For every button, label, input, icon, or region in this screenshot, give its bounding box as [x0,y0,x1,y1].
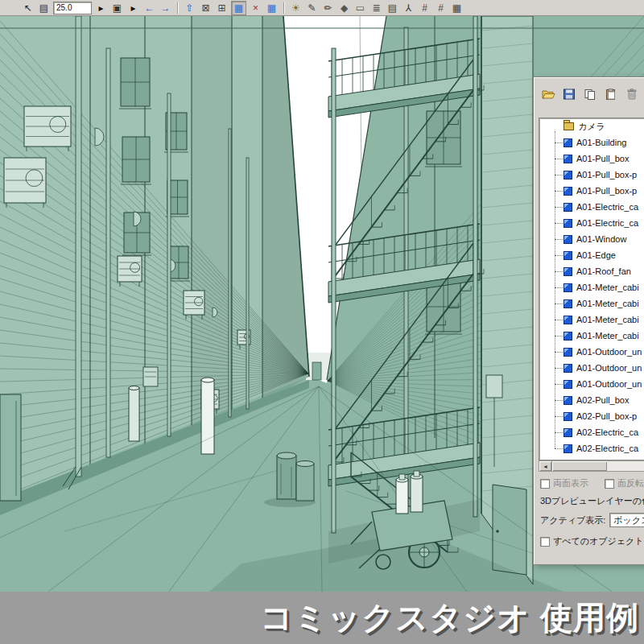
pen-icon[interactable]: ✏ [321,2,335,14]
top-toolbar: ↖▤25.0▸▣▸←→⇧⊠⊞▦×▦☀✎✏◆▭≣▤⅄##▦ [0,0,644,16]
tree-branch-icon [555,287,563,288]
object-tree[interactable]: カメラA01-BuildingA01-Pull_boxA01-Pull_box-… [539,118,644,460]
grid-close-icon[interactable]: ⊠ [199,2,213,14]
flip-faces-checkbox: 面反転 [605,477,644,489]
tree-item[interactable]: カメラ [539,118,644,134]
stack-icon[interactable]: ▤ [386,2,399,14]
tree-item-label: A01-Outdoor_un [576,347,642,357]
tree-item[interactable]: A01-Pull_box-p [539,167,644,183]
marker-icon[interactable]: ◆ [337,2,351,14]
checkbox-box-icon [540,537,550,547]
tree-item[interactable]: A01-Building [539,134,644,151]
page-icon[interactable]: ▤ [37,2,51,14]
toolbar-divider [177,2,178,14]
tree-branch-icon [555,271,563,272]
flip-faces-label: 面反転 [617,477,644,489]
zoom-input[interactable]: 25.0 [53,2,92,14]
cube-icon [564,428,572,437]
tree-item[interactable]: A01-Outdoor_un [539,360,644,376]
caption-text: コミックスタジオ 使用例 [260,596,639,640]
tree-item[interactable]: A01-Outdoor_un [539,344,644,360]
mesh-icon[interactable]: ▦ [450,2,464,14]
tree-item[interactable]: A01-Meter_cabi [539,295,644,312]
tree-item-label: A01-Window [576,234,626,244]
cube-icon [564,219,572,228]
fence-icon[interactable]: # [418,2,431,14]
delete-icon[interactable] [624,87,640,101]
tree-item[interactable]: A01-Window [539,231,644,247]
tree-item[interactable]: A01-Meter_cabi [539,312,644,328]
tree-item[interactable]: A02-Electric_ca [539,440,644,456]
tree-item-label: A02-Electric_ca [576,427,638,437]
active-display-select[interactable]: ボックス ▼ [609,513,644,527]
light-icon[interactable]: ☀ [289,2,303,14]
cube-icon [564,332,572,341]
tree-item[interactable]: A01-Roof_fan [539,263,644,279]
cube-icon [564,171,572,180]
tree-item[interactable]: A01-Electric_ca [539,199,644,215]
tree-branch-icon [555,255,563,256]
texture-view-icon[interactable]: ▦ [231,1,246,15]
tree-item-label: A02-Pull_box [576,395,629,405]
cube-icon [564,283,572,292]
tree-item-label: A01-Pull_box-p [576,170,637,180]
folder-icon [564,122,574,130]
grid-icon[interactable]: ⊞ [215,2,229,14]
tree-branch-icon [555,142,563,143]
horizontal-scrollbar[interactable]: ◄ [539,460,644,472]
tree-branch-icon [555,320,563,320]
cube-icon [564,235,572,244]
save-icon[interactable] [561,87,577,101]
copy-icon[interactable] [582,87,598,101]
layers-icon[interactable]: ≣ [369,2,383,14]
step-back-icon[interactable]: ▸ [94,2,108,14]
tree-branch-icon [555,416,563,417]
tree-item[interactable]: A01-Electric_ca [539,215,644,231]
tree-item[interactable]: A02-Pull_box-p [539,408,644,424]
pointer-tool-icon[interactable]: ↖ [21,2,35,14]
caption-bar: コミックスタジオ 使用例 [0,592,644,644]
eraser-icon[interactable]: ▭ [353,2,367,14]
export-icon[interactable]: ⇧ [183,2,196,14]
figure-icon[interactable]: ⅄ [402,2,415,14]
tree-item-label: A01-Electric_ca [576,202,638,212]
tree-branch-icon [555,223,563,224]
paste-icon[interactable] [603,87,619,101]
cube-icon [564,299,572,308]
scroll-left-icon[interactable]: ◄ [539,461,552,471]
tree-branch-icon [555,448,563,449]
fit-frame-icon[interactable]: ▣ [110,2,124,14]
tree-item-label: A01-Roof_fan [576,266,631,276]
tree-item[interactable]: A01-Pull_box [539,151,644,167]
pan-left-icon[interactable]: ← [142,2,156,14]
scroll-thumb[interactable] [552,461,607,471]
cube-icon [564,155,572,163]
texture-view2-icon[interactable]: ▦ [265,2,279,14]
tree-item[interactable]: A01-Meter_cabi [539,279,644,295]
fence2-icon[interactable]: # [434,2,448,14]
pencil-icon[interactable]: ✎ [305,2,319,14]
cube-icon [564,316,572,324]
tree-branch-icon [555,239,563,240]
cube-icon [564,348,572,357]
delete-view-icon[interactable]: × [249,2,262,14]
tree-item[interactable]: A01-Edge [539,247,644,263]
cube-icon [564,138,572,147]
tree-item[interactable]: A01-Outdoor_un [539,376,644,392]
tree-item[interactable]: A01-Meter_cabi [539,328,644,344]
open-file-icon[interactable] [540,87,556,101]
tree-branch-icon [555,432,563,433]
tree-item[interactable]: A02-Electric_ca [539,424,644,440]
tree-item-label: A01-Meter_cabi [576,331,639,341]
cube-icon [564,364,572,373]
cube-icon [564,187,572,196]
active-display-row: アクティブ表示: ボックス ▼ [540,513,644,527]
pan-right-icon[interactable]: → [159,2,172,14]
tree-item[interactable]: A02-Pull_box [539,392,644,408]
all-objects-label: すべてのオブジェクトを [553,535,644,547]
tree-item[interactable]: A01-Pull_box-p [539,183,644,199]
all-objects-checkbox[interactable]: すべてのオブジェクトを [540,535,644,547]
panel-toolbar [540,87,640,101]
step-forward-icon[interactable]: ▸ [126,2,140,14]
tree-item-label: A01-Meter_cabi [576,299,639,308]
